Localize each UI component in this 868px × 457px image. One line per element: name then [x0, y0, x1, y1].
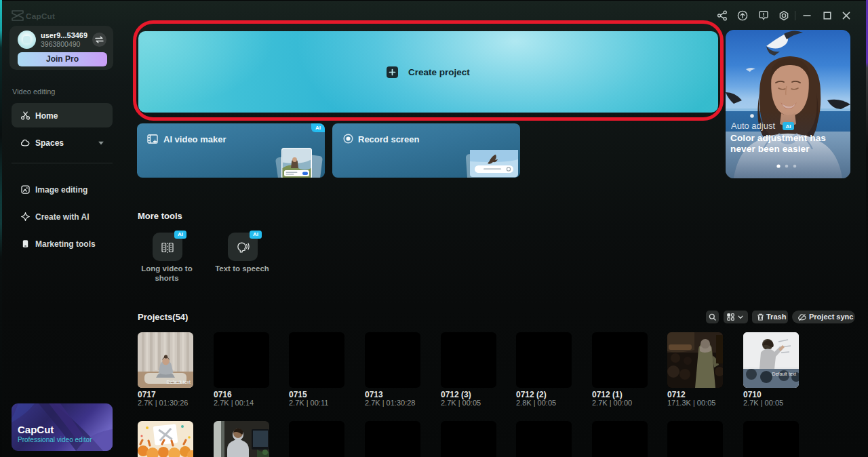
svg-text:Professional video editor: Professional video editor	[18, 436, 92, 443]
svg-text:Default text: Default text	[167, 380, 191, 384]
svg-text:CapCut: CapCut	[18, 424, 54, 435]
svg-text:Color adjustment has: Color adjustment has	[730, 133, 826, 143]
svg-text:Default text: Default text	[772, 372, 796, 376]
svg-text:AI: AI	[786, 123, 791, 130]
svg-text:CapCut: CapCut	[26, 12, 55, 21]
svg-text:Auto adjust: Auto adjust	[731, 121, 775, 131]
svg-text:never been easier: never been easier	[730, 144, 810, 154]
